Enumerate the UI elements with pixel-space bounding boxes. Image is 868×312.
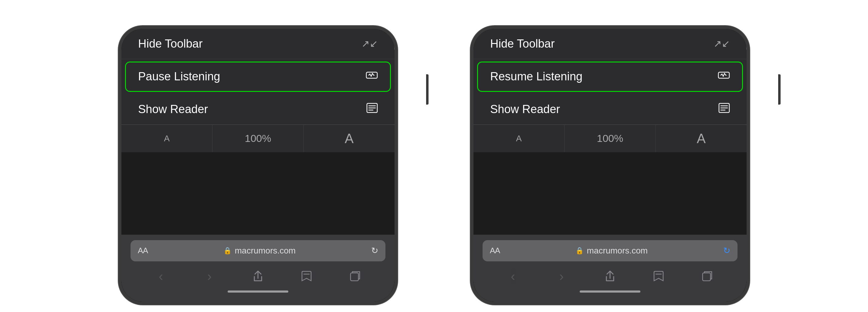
refresh-icon-left[interactable]: ↻	[371, 246, 378, 255]
hide-toolbar-label-right: Hide Toolbar	[490, 37, 555, 50]
browser-bar-right: AA 🔒 macrumors.com ↻ ‹ ›	[473, 235, 747, 302]
side-button-right	[778, 74, 781, 105]
forward-icon-right: ›	[559, 269, 564, 284]
hide-toolbar-icon-left: ↗↙	[362, 38, 378, 49]
phone-inner-right: O Hide Toolbar ↗↙ Resume Listening	[473, 29, 747, 302]
aa-label-left[interactable]: AA	[138, 246, 148, 255]
pause-listening-item-left[interactable]: Pause Listening	[125, 62, 391, 92]
font-small-a-left: A	[164, 134, 169, 143]
phone-inner-left: O Hide Toolbar ↗↙ Pause Listening	[121, 29, 395, 302]
resume-listening-item-right[interactable]: Resume Listening	[477, 62, 743, 92]
aa-label-right[interactable]: AA	[490, 246, 500, 255]
font-large-cell-right[interactable]: A	[656, 125, 747, 152]
pause-listening-label-left: Pause Listening	[138, 70, 220, 83]
listening-icon-left	[366, 70, 378, 83]
phone-content-left: O Hide Toolbar ↗↙ Pause Listening	[121, 29, 395, 302]
lock-icon-left: 🔒	[223, 247, 231, 255]
tabs-icon-left	[350, 271, 361, 282]
font-percent-cell-right: 100%	[564, 125, 656, 152]
bookmarks-icon-right	[653, 271, 664, 282]
menu-overlay-left: Hide Toolbar ↗↙ Pause Listening	[121, 29, 395, 152]
url-domain-right: macrumors.com	[587, 246, 648, 255]
url-text-right[interactable]: 🔒 macrumors.com	[505, 246, 718, 255]
font-percent-right: 100%	[597, 133, 623, 144]
font-large-a-right: A	[697, 131, 706, 146]
show-reader-label-left: Show Reader	[138, 103, 208, 116]
font-small-cell-left[interactable]: A	[121, 125, 212, 152]
menu-overlay-right: Hide Toolbar ↗↙ Resume Listening	[473, 29, 747, 152]
url-bar-right[interactable]: AA 🔒 macrumors.com ↻	[483, 240, 738, 262]
tabs-button-left[interactable]	[344, 269, 366, 284]
svg-rect-6	[350, 273, 359, 281]
phone-frame-right: O Hide Toolbar ↗↙ Resume Listening	[470, 26, 750, 305]
reader-icon-left	[366, 102, 378, 116]
hide-toolbar-icon-right: ↗↙	[714, 38, 730, 49]
svg-rect-13	[703, 273, 711, 281]
side-button-left	[426, 74, 429, 105]
font-large-a-left: A	[345, 131, 353, 146]
url-domain-left: macrumors.com	[235, 246, 296, 255]
back-icon-left: ‹	[159, 269, 163, 284]
bookmarks-button-left[interactable]	[296, 269, 317, 284]
hide-toolbar-item-right[interactable]: Hide Toolbar ↗↙	[473, 29, 747, 59]
phone-left: O Hide Toolbar ↗↙ Pause Listening	[91, 8, 425, 305]
bookmarks-icon-left	[301, 271, 312, 282]
forward-icon-left: ›	[207, 269, 212, 284]
back-button-right[interactable]: ‹	[502, 269, 524, 284]
font-small-cell-right[interactable]: A	[473, 125, 564, 152]
lock-icon-right: 🔒	[576, 247, 584, 255]
url-text-left[interactable]: 🔒 macrumors.com	[153, 246, 366, 255]
font-small-a-right: A	[516, 134, 522, 143]
show-reader-item-left[interactable]: Show Reader	[121, 94, 395, 125]
phone-content-right: O Hide Toolbar ↗↙ Resume Listening	[473, 29, 747, 302]
resume-listening-label-right: Resume Listening	[490, 70, 582, 83]
url-bar-left[interactable]: AA 🔒 macrumors.com ↻	[130, 240, 385, 262]
browser-toolbar-right: ‹ ›	[483, 266, 738, 287]
refresh-icon-right[interactable]: ↻	[723, 246, 730, 255]
hide-toolbar-label-left: Hide Toolbar	[138, 37, 203, 50]
home-indicator-left	[228, 290, 288, 292]
font-percent-left: 100%	[245, 133, 271, 144]
show-reader-label-right: Show Reader	[490, 103, 560, 116]
font-size-row-right: A 100% A	[473, 125, 747, 152]
reader-icon-right	[718, 102, 730, 116]
share-button-left[interactable]	[247, 269, 269, 284]
browser-bar-left: AA 🔒 macrumors.com ↻ ‹ ›	[121, 235, 395, 302]
tabs-button-right[interactable]	[696, 269, 718, 284]
phone-right: O Hide Toolbar ↗↙ Resume Listening	[443, 8, 777, 305]
hide-toolbar-item-left[interactable]: Hide Toolbar ↗↙	[121, 29, 395, 59]
share-button-right[interactable]	[599, 269, 621, 284]
font-size-row-left: A 100% A	[121, 125, 395, 152]
back-button-left[interactable]: ‹	[150, 269, 172, 284]
browser-toolbar-left: ‹ ›	[130, 266, 385, 287]
phone-frame-left: O Hide Toolbar ↗↙ Pause Listening	[118, 26, 398, 305]
bookmarks-button-right[interactable]	[648, 269, 669, 284]
forward-button-right[interactable]: ›	[551, 269, 572, 284]
forward-button-left[interactable]: ›	[199, 269, 220, 284]
listening-icon-right	[718, 70, 730, 83]
tabs-icon-right	[702, 271, 713, 282]
share-icon-left	[252, 271, 264, 282]
font-large-cell-left[interactable]: A	[304, 125, 395, 152]
home-indicator-right	[580, 290, 640, 292]
font-percent-cell-left: 100%	[212, 125, 304, 152]
share-icon-right	[604, 271, 616, 282]
back-icon-right: ‹	[511, 269, 515, 284]
show-reader-item-right[interactable]: Show Reader	[473, 94, 747, 125]
